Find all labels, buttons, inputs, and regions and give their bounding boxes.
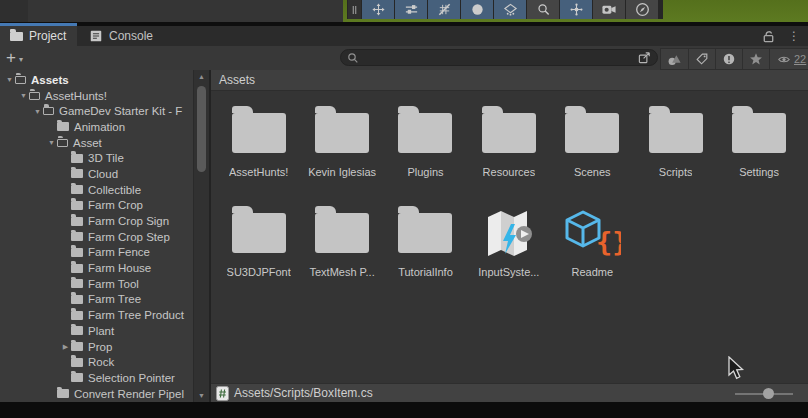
scrollbar-thumb[interactable] bbox=[197, 86, 206, 172]
asset-settings[interactable]: Settings bbox=[717, 105, 800, 178]
label-filter-button[interactable] bbox=[688, 49, 715, 69]
expanded-arrow-icon[interactable]: ▼ bbox=[32, 108, 43, 115]
tree-item-label: Rock bbox=[88, 356, 114, 368]
tree-item-label: Asset bbox=[73, 137, 102, 149]
tree-item-prop[interactable]: ▶Prop bbox=[0, 339, 193, 355]
tree-item-farm-house[interactable]: Farm House bbox=[0, 260, 193, 276]
alert-filter-icon bbox=[722, 52, 736, 66]
search-scope-button[interactable] bbox=[636, 51, 654, 64]
folder-icon bbox=[71, 217, 83, 226]
tab-console[interactable]: Console bbox=[79, 26, 163, 46]
tree-item-label: AssetHunts! bbox=[45, 90, 107, 102]
tree-item-assets[interactable]: ▼Assets bbox=[0, 72, 193, 88]
add-button[interactable]: + ▾ bbox=[6, 46, 23, 70]
unlock-icon[interactable] bbox=[761, 29, 776, 44]
folder-large-icon bbox=[232, 205, 286, 261]
search-tool-button[interactable] bbox=[527, 0, 559, 19]
tree-item-farm-fence[interactable]: Farm Fence bbox=[0, 245, 193, 261]
visibility-icon bbox=[776, 53, 792, 66]
readme-asset-icon: {} bbox=[563, 205, 621, 261]
collapsed-arrow-icon[interactable]: ▶ bbox=[60, 343, 71, 351]
tree-item-farm-tree-product[interactable]: Farm Tree Product bbox=[0, 307, 193, 323]
tool-settings-button[interactable] bbox=[395, 0, 427, 19]
grid-snapping-button[interactable] bbox=[428, 0, 460, 19]
asset-assethunts[interactable]: AssetHunts! bbox=[217, 105, 300, 178]
tree-item-label: Assets bbox=[31, 74, 69, 86]
asset-kevin-iglesias[interactable]: Kevin Iglesias bbox=[300, 105, 383, 178]
tree-item-selection-pointer[interactable]: Selection Pointer bbox=[0, 370, 193, 386]
tab-console-label: Console bbox=[109, 29, 153, 43]
tree-item-farm-crop[interactable]: Farm Crop bbox=[0, 198, 193, 214]
asset-grid-row: SU3DJPFontTextMesh P...TutorialInfoInput… bbox=[217, 205, 634, 278]
tree-item-label: Farm Crop Sign bbox=[88, 215, 169, 227]
search-field[interactable] bbox=[340, 49, 658, 66]
tree-item-assethunts[interactable]: ▼AssetHunts! bbox=[0, 88, 193, 104]
tree-item-convert-render-pipel[interactable]: Convert Render Pipel bbox=[0, 386, 193, 402]
tree-item-label: Prop bbox=[88, 341, 112, 353]
window-bottom-edge bbox=[0, 402, 808, 418]
slider-thumb[interactable] bbox=[763, 388, 774, 399]
compass-button[interactable] bbox=[626, 0, 658, 19]
svg-text:{}: {} bbox=[596, 226, 621, 257]
asset-type-filter-button[interactable] bbox=[661, 49, 688, 69]
folder-large-icon bbox=[482, 105, 536, 161]
tree-item-3d-tile[interactable]: 3D Tile bbox=[0, 150, 193, 166]
visibility-toggle-button[interactable]: 22 bbox=[769, 49, 808, 69]
folder-icon bbox=[71, 295, 83, 304]
tree-item-farm-crop-sign[interactable]: Farm Crop Sign bbox=[0, 213, 193, 229]
asset-scripts[interactable]: Scripts bbox=[634, 105, 717, 178]
asset-tutorialinfo[interactable]: TutorialInfo bbox=[384, 205, 467, 278]
scroll-up-icon[interactable]: ▲ bbox=[194, 73, 209, 80]
tree-item-farm-tool[interactable]: Farm Tool bbox=[0, 276, 193, 292]
pan-tool-button[interactable] bbox=[362, 0, 394, 19]
asset-grid-row: AssetHunts!Kevin IglesiasPluginsResource… bbox=[217, 105, 801, 178]
tree-item-asset[interactable]: ▼Asset bbox=[0, 135, 193, 151]
expanded-arrow-icon[interactable]: ▼ bbox=[46, 139, 57, 146]
sphere-gizmo-button[interactable] bbox=[461, 0, 493, 19]
tree-item-gamedev-starter-kit-f[interactable]: ▼GameDev Starter Kit - F bbox=[0, 103, 193, 119]
thumbnail-zoom-slider[interactable] bbox=[735, 384, 799, 403]
log-filter-button[interactable] bbox=[715, 49, 742, 69]
tab-project[interactable]: Project bbox=[0, 26, 77, 46]
asset-label: InputSyste... bbox=[478, 266, 539, 278]
asset-textmesh-p[interactable]: TextMesh P... bbox=[300, 205, 383, 278]
folder-large-icon bbox=[398, 105, 452, 161]
folder-icon bbox=[71, 311, 83, 320]
asset-su3djpfont[interactable]: SU3DJPFont bbox=[217, 205, 300, 278]
asset-readme[interactable]: {}Readme bbox=[551, 205, 634, 278]
folder-open-icon bbox=[43, 107, 54, 115]
expanded-arrow-icon[interactable]: ▼ bbox=[18, 92, 29, 99]
asset-label: Scenes bbox=[574, 166, 611, 178]
tree-item-farm-tree[interactable]: Farm Tree bbox=[0, 292, 193, 308]
tree-scrollbar[interactable]: ▲ ▼ bbox=[193, 70, 209, 402]
folder-large-icon bbox=[315, 205, 369, 261]
tree-item-plant[interactable]: Plant bbox=[0, 323, 193, 339]
asset-resources[interactable]: Resources bbox=[467, 105, 550, 178]
layers-button[interactable] bbox=[494, 0, 526, 19]
tool-settings-icon bbox=[404, 2, 419, 17]
search-input[interactable] bbox=[363, 51, 636, 65]
asset-type-filter-icon bbox=[667, 52, 682, 67]
favorites-filter-button[interactable] bbox=[742, 49, 769, 69]
asset-inputsyste[interactable]: InputSyste... bbox=[467, 205, 550, 278]
tree-item-farm-crop-step[interactable]: Farm Crop Step bbox=[0, 229, 193, 245]
asset-plugins[interactable]: Plugins bbox=[384, 105, 467, 178]
search-tool-icon bbox=[536, 2, 551, 17]
tree-item-animation[interactable]: Animation bbox=[0, 119, 193, 135]
camera-icon bbox=[601, 2, 617, 17]
window-menu-icon[interactable]: ⋮ bbox=[788, 30, 800, 42]
drag-handle-button[interactable] bbox=[348, 0, 361, 19]
folder-icon bbox=[71, 264, 83, 273]
tree-item-collectible[interactable]: Collectible bbox=[0, 182, 193, 198]
scroll-down-icon[interactable]: ▼ bbox=[194, 392, 209, 399]
folder-icon bbox=[71, 373, 83, 382]
asset-grid-panel: Assets AssetHunts!Kevin IglesiasPluginsR… bbox=[211, 70, 808, 383]
breadcrumb: Assets bbox=[211, 70, 808, 91]
asset-scenes[interactable]: Scenes bbox=[551, 105, 634, 178]
expanded-arrow-icon[interactable]: ▼ bbox=[4, 76, 15, 83]
camera-button[interactable] bbox=[593, 0, 625, 19]
tree-item-cloud[interactable]: Cloud bbox=[0, 166, 193, 182]
tree-item-rock[interactable]: Rock bbox=[0, 354, 193, 370]
center-pivot-button[interactable] bbox=[560, 0, 592, 19]
tree-item-label: GameDev Starter Kit - F bbox=[59, 105, 182, 117]
